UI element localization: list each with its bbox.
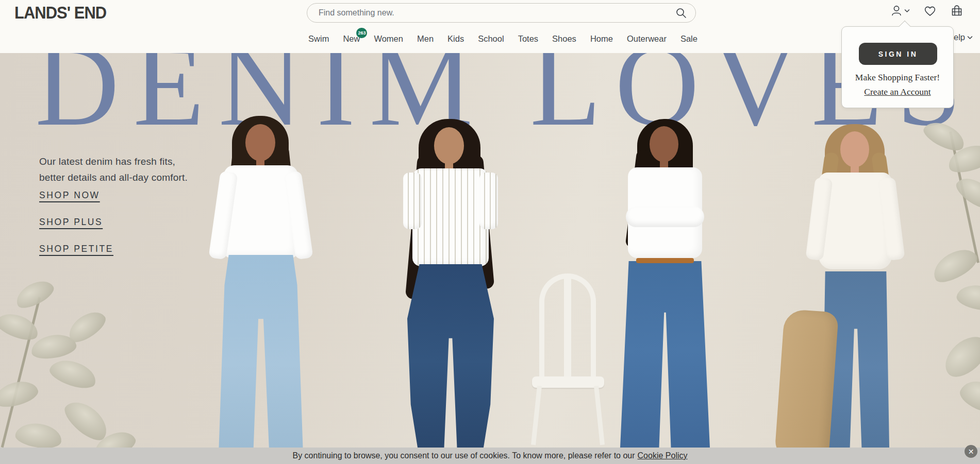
person-icon[interactable] <box>890 4 910 18</box>
floral-leaf <box>12 276 57 313</box>
model-photo-2 <box>383 119 523 459</box>
search-input[interactable] <box>319 8 675 18</box>
account-popover: SIGN IN Make Shopping Faster! Create an … <box>841 26 954 108</box>
floral-leaf <box>0 377 40 411</box>
search-bar[interactable] <box>307 3 696 23</box>
chevron-down-icon <box>904 9 910 13</box>
tan-coat <box>774 309 839 462</box>
shop-plus-link[interactable]: SHOP PLUS <box>39 217 103 228</box>
main-navigation: Swim New263 Women Men Kids School Totes … <box>0 28 980 49</box>
site-header: LANDS' END Swim New263 Women Men Kids Sc… <box>0 0 980 53</box>
magnifier-icon[interactable] <box>675 7 687 19</box>
shop-petite-link[interactable]: SHOP PETITE <box>39 244 113 254</box>
nav-item-sale[interactable]: Sale <box>680 34 697 44</box>
floral-leaf <box>928 243 980 288</box>
lands-end-logo[interactable]: LANDS' END <box>14 3 106 23</box>
nav-item-totes[interactable]: Totes <box>518 34 538 44</box>
nav-item-outerwear[interactable]: Outerwear <box>627 34 667 44</box>
nav-item-kids[interactable]: Kids <box>447 34 464 44</box>
close-icon[interactable]: ✕ <box>965 445 977 458</box>
popover-message: Make Shopping Faster! <box>842 72 953 83</box>
tote-bag-icon[interactable] <box>950 4 964 18</box>
floral-leaf <box>956 375 980 417</box>
floral-leaf <box>955 282 980 313</box>
new-count-badge: 263 <box>356 28 367 38</box>
model-photo-3 <box>599 119 731 459</box>
shop-now-link[interactable]: SHOP NOW <box>39 190 100 201</box>
nav-item-shoes[interactable]: Shoes <box>552 34 576 44</box>
cookie-message: By continuing to browse, you consent to … <box>292 451 635 460</box>
hero-banner: DENIM LOVES Our latest denim has fresh f… <box>0 53 980 464</box>
white-chair <box>530 273 610 446</box>
create-account-link[interactable]: Create an Account <box>842 87 953 97</box>
nav-item-swim[interactable]: Swim <box>308 34 329 44</box>
cookie-policy-link[interactable]: Cookie Policy <box>638 451 688 460</box>
floral-leaf <box>47 355 99 392</box>
sign-in-button[interactable]: SIGN IN <box>859 43 937 65</box>
nav-item-women[interactable]: Women <box>374 34 403 44</box>
nav-item-home[interactable]: Home <box>590 34 613 44</box>
floral-leaf <box>938 329 980 384</box>
chevron-down-icon <box>967 36 973 40</box>
cookie-banner: By continuing to browse, you consent to … <box>0 448 980 464</box>
nav-item-men[interactable]: Men <box>417 34 434 44</box>
nav-item-school[interactable]: School <box>478 34 504 44</box>
hero-copy: Our latest denim has fresh fits, better … <box>39 154 188 186</box>
nav-item-new[interactable]: New263 <box>343 34 360 44</box>
heart-icon[interactable] <box>923 5 937 17</box>
model-photo-1 <box>192 115 330 455</box>
floral-leaf <box>14 421 63 451</box>
